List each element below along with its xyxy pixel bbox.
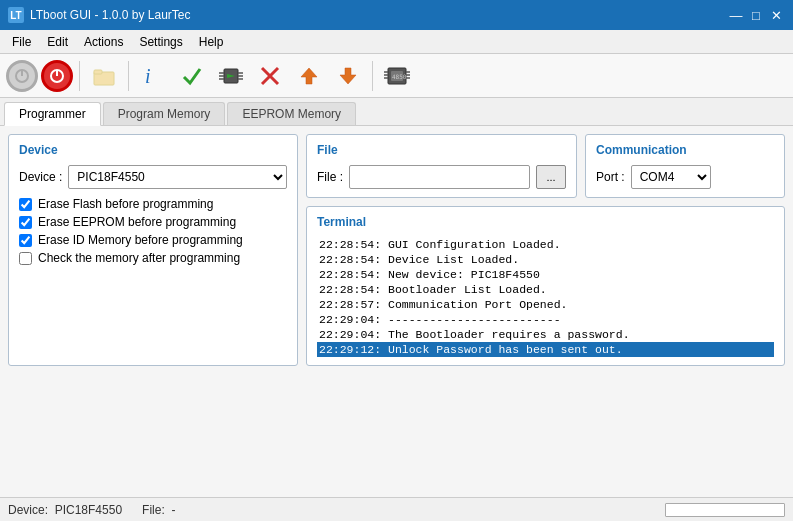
app-icon: LT	[8, 7, 24, 23]
menu-edit[interactable]: Edit	[39, 33, 76, 51]
device-label: Device :	[19, 170, 62, 184]
toolbar: i	[0, 54, 793, 98]
tab-program-memory[interactable]: Program Memory	[103, 102, 226, 125]
upload-button[interactable]	[291, 58, 327, 94]
status-file: File: -	[142, 503, 175, 517]
tab-programmer[interactable]: Programmer	[4, 102, 101, 126]
terminal-content[interactable]: 22:28:54: GUI Configuration Loaded.22:28…	[317, 237, 774, 357]
title-controls: — □ ✕	[727, 6, 785, 24]
status-left: Device: PIC18F4550 File: -	[8, 503, 175, 517]
checkbox-erase-flash-label: Erase Flash before programming	[38, 197, 213, 211]
checkbox-check-memory-input[interactable]	[19, 252, 32, 265]
menu-bar: File Edit Actions Settings Help	[0, 30, 793, 54]
device-panel-title: Device	[19, 143, 287, 157]
download-button[interactable]	[330, 58, 366, 94]
terminal-panel: Terminal 22:28:54: GUI Configuration Loa…	[306, 206, 785, 366]
menu-settings[interactable]: Settings	[131, 33, 190, 51]
checkbox-erase-id: Erase ID Memory before programming	[19, 233, 287, 247]
main-content: Device Device : PIC18F4550 PIC16F877A PI…	[0, 126, 793, 497]
file-panel: File File : ...	[306, 134, 577, 198]
file-panel-title: File	[317, 143, 566, 157]
maximize-button[interactable]: □	[747, 6, 765, 24]
status-progress	[665, 503, 785, 517]
minimize-button[interactable]: —	[727, 6, 745, 24]
checkbox-erase-id-label: Erase ID Memory before programming	[38, 233, 243, 247]
svg-text:i: i	[145, 65, 151, 87]
terminal-line[interactable]: 22:29:12: Unlock Password has been sent …	[317, 342, 774, 357]
status-device-value: PIC18F4550	[55, 503, 122, 517]
checkbox-check-memory-label: Check the memory after programming	[38, 251, 240, 265]
status-bar: Device: PIC18F4550 File: -	[0, 497, 793, 521]
status-device-label: Device:	[8, 503, 48, 517]
top-panels: Device Device : PIC18F4550 PIC16F877A PI…	[8, 134, 785, 366]
menu-actions[interactable]: Actions	[76, 33, 131, 51]
tab-eeprom-memory[interactable]: EEPROM Memory	[227, 102, 356, 125]
checkbox-erase-flash: Erase Flash before programming	[19, 197, 287, 211]
file-row: File : ...	[317, 165, 566, 189]
device-select[interactable]: PIC18F4550 PIC16F877A PIC18F2550	[68, 165, 287, 189]
svg-marker-18	[340, 68, 356, 84]
svg-text:4850: 4850	[392, 73, 407, 80]
svg-marker-17	[301, 68, 317, 84]
checkbox-check-memory: Check the memory after programming	[19, 251, 287, 265]
title-bar-left: LT LTboot GUI - 1.0.0 by LaurTec	[8, 7, 191, 23]
file-label: File :	[317, 170, 343, 184]
tabs: Programmer Program Memory EEPROM Memory	[0, 98, 793, 126]
checkbox-erase-id-input[interactable]	[19, 234, 32, 247]
terminal-line[interactable]: 22:28:54: Device List Loaded.	[317, 252, 774, 267]
checkbox-erase-eeprom: Erase EEPROM before programming	[19, 215, 287, 229]
terminal-line[interactable]: 22:28:54: GUI Configuration Loaded.	[317, 237, 774, 252]
title-bar: LT LTboot GUI - 1.0.0 by LaurTec — □ ✕	[0, 0, 793, 30]
right-panels: File File : ... Communication Port : COM…	[306, 134, 785, 366]
terminal-line[interactable]: 22:29:04: -------------------------	[317, 312, 774, 327]
status-file-value: -	[171, 503, 175, 517]
checkbox-erase-eeprom-input[interactable]	[19, 216, 32, 229]
title-text: LTboot GUI - 1.0.0 by LaurTec	[30, 8, 191, 22]
info-button[interactable]: i	[135, 58, 171, 94]
chip-button[interactable]: 4850	[379, 58, 415, 94]
terminal-line[interactable]: 22:29:04: The Bootloader requires a pass…	[317, 327, 774, 342]
status-device: Device: PIC18F4550	[8, 503, 122, 517]
terminal-line[interactable]: 22:28:54: New device: PIC18F4550	[317, 267, 774, 282]
toolbar-sep-3	[372, 61, 373, 91]
device-row: Device : PIC18F4550 PIC16F877A PIC18F255…	[19, 165, 287, 189]
port-row: Port : COM1 COM2 COM3 COM4 COM5	[596, 165, 774, 189]
power-off-button[interactable]	[6, 60, 38, 92]
toolbar-sep-1	[79, 61, 80, 91]
terminal-panel-title: Terminal	[317, 215, 774, 229]
checkbox-erase-flash-input[interactable]	[19, 198, 32, 211]
port-select[interactable]: COM1 COM2 COM3 COM4 COM5	[631, 165, 711, 189]
terminal-line[interactable]: 22:28:54: Bootloader List Loaded.	[317, 282, 774, 297]
file-input[interactable]	[349, 165, 530, 189]
port-label: Port :	[596, 170, 625, 184]
comm-panel: Communication Port : COM1 COM2 COM3 COM4…	[585, 134, 785, 198]
device-panel: Device Device : PIC18F4550 PIC16F877A PI…	[8, 134, 298, 366]
open-button[interactable]	[86, 58, 122, 94]
toolbar-sep-2	[128, 61, 129, 91]
comm-panel-title: Communication	[596, 143, 774, 157]
terminal-line[interactable]: 22:28:57: Communication Port Opened.	[317, 297, 774, 312]
svg-rect-5	[94, 70, 102, 74]
erase-button[interactable]	[252, 58, 288, 94]
file-comm-row: File File : ... Communication Port : COM…	[306, 134, 785, 198]
status-file-label: File:	[142, 503, 165, 517]
menu-help[interactable]: Help	[191, 33, 232, 51]
file-browse-button[interactable]: ...	[536, 165, 566, 189]
verify-button[interactable]	[174, 58, 210, 94]
power-on-button[interactable]	[41, 60, 73, 92]
close-button[interactable]: ✕	[767, 6, 785, 24]
menu-file[interactable]: File	[4, 33, 39, 51]
checkbox-erase-eeprom-label: Erase EEPROM before programming	[38, 215, 236, 229]
program-button[interactable]	[213, 58, 249, 94]
